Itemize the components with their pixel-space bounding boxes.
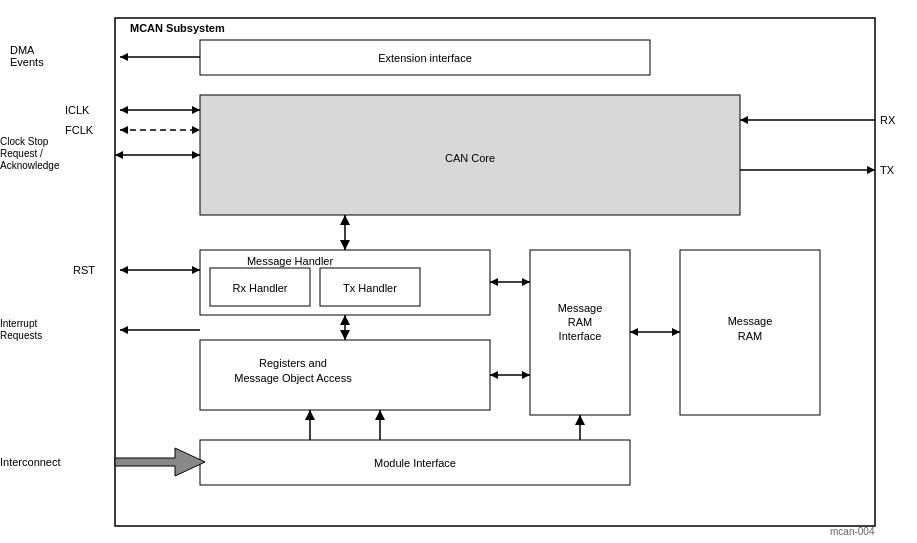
watermark: mcan-004: [830, 526, 875, 537]
ram-interface-label3: Interface: [559, 330, 602, 342]
svg-marker-11: [120, 53, 128, 61]
ram-interface-label2: RAM: [568, 316, 592, 328]
message-ram-label1: Message: [728, 315, 773, 327]
iclk-label: ICLK: [65, 104, 90, 116]
tx-label: TX: [880, 164, 895, 176]
svg-marker-34: [340, 315, 350, 325]
fclk-label: FCLK: [65, 124, 94, 136]
svg-marker-37: [522, 278, 530, 286]
can-core-label: CAN Core: [445, 152, 495, 164]
mcan-subsystem-title: MCAN Subsystem: [130, 22, 225, 34]
svg-marker-44: [630, 328, 638, 336]
svg-marker-43: [672, 328, 680, 336]
clock-stop-label1: Clock Stop: [0, 136, 49, 147]
registers-access-label2: Message Object Access: [234, 372, 352, 384]
clock-stop-label2: Request /: [0, 148, 43, 159]
svg-marker-41: [490, 371, 498, 379]
ram-interface-label1: Message: [558, 302, 603, 314]
extension-interface-label: Extension interface: [378, 52, 472, 64]
interrupt-label1: Interrupt: [0, 318, 37, 329]
interconnect-label: Interconnect: [0, 456, 61, 468]
svg-marker-31: [340, 215, 350, 225]
svg-marker-17: [120, 126, 128, 134]
svg-marker-27: [120, 266, 128, 274]
message-ram-label2: RAM: [738, 330, 762, 342]
svg-marker-13: [192, 106, 200, 114]
svg-marker-29: [120, 326, 128, 334]
tx-handler-label: Tx Handler: [343, 282, 397, 294]
diagram-container: MCAN Subsystem Extension interface CAN C…: [0, 10, 917, 540]
svg-marker-14: [120, 106, 128, 114]
svg-marker-46: [305, 410, 315, 420]
rx-label: RX: [880, 114, 896, 126]
dma-events-label1: DMA: [10, 44, 35, 56]
interrupt-label2: Requests: [0, 330, 42, 341]
clock-stop-label3: Acknowledge: [0, 160, 60, 171]
svg-marker-19: [192, 151, 200, 159]
svg-rect-0: [115, 18, 875, 526]
dma-events-label2: Events: [10, 56, 44, 68]
svg-marker-24: [867, 166, 875, 174]
registers-access-label: Registers and: [259, 357, 327, 369]
svg-marker-32: [340, 240, 350, 250]
svg-marker-50: [575, 415, 585, 425]
message-handler-label: Message Handler: [247, 255, 334, 267]
rx-handler-label: Rx Handler: [232, 282, 287, 294]
svg-marker-51: [115, 448, 205, 476]
svg-marker-20: [115, 151, 123, 159]
svg-marker-16: [192, 126, 200, 134]
svg-marker-26: [192, 266, 200, 274]
svg-marker-38: [490, 278, 498, 286]
svg-marker-48: [375, 410, 385, 420]
svg-marker-35: [340, 330, 350, 340]
rst-label: RST: [73, 264, 95, 276]
svg-marker-40: [522, 371, 530, 379]
svg-marker-22: [740, 116, 748, 124]
module-interface-label: Module Interface: [374, 457, 456, 469]
